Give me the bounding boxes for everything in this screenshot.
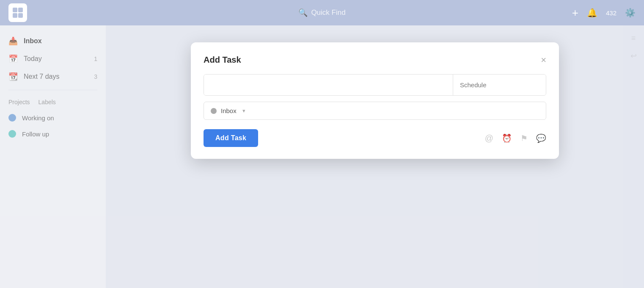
today-badge: 1 (94, 55, 97, 62)
settings-icon[interactable]: ⚙️ (625, 8, 636, 18)
add-task-button[interactable]: Add Task (204, 129, 258, 147)
reminder-icon[interactable]: ⏰ (502, 133, 512, 143)
project-dot (211, 108, 217, 114)
project-name: Inbox (221, 107, 237, 114)
follow-up-label: Follow up (22, 130, 49, 138)
notification-icon[interactable]: 🔔 (587, 8, 597, 18)
modal-close-button[interactable]: × (541, 55, 546, 65)
main-layout: 📥 Inbox 📅 Today 1 📆 Next 7 days 3 Projec… (0, 25, 644, 288)
labels-tab[interactable]: Labels (39, 99, 56, 105)
modal-title: Add Task (204, 55, 241, 65)
sidebar-tabs: Projects Labels (0, 94, 106, 110)
notification-count: 432 (606, 9, 616, 17)
sidebar-item-next7[interactable]: 📆 Next 7 days 3 (0, 68, 106, 86)
add-task-modal: Add Task × Inbox ▾ Add Task (191, 42, 559, 159)
chevron-down-icon: ▾ (242, 108, 245, 114)
follow-up-dot (8, 130, 16, 138)
svg-rect-0 (13, 8, 17, 12)
comment-icon[interactable]: 💬 (536, 133, 546, 143)
app-logo[interactable] (8, 3, 27, 22)
header-right: + 🔔 432 ⚙️ (572, 6, 636, 19)
sidebar: 📥 Inbox 📅 Today 1 📆 Next 7 days 3 Projec… (0, 25, 106, 288)
app-header: 🔍 Quick Find + 🔔 432 ⚙️ (0, 0, 644, 25)
svg-rect-1 (18, 8, 23, 12)
header-search[interactable]: 🔍 Quick Find (298, 8, 345, 17)
modal-backdrop: Add Task × Inbox ▾ Add Task (106, 25, 644, 288)
assign-icon[interactable]: @ (485, 133, 493, 143)
flag-icon[interactable]: ⚑ (520, 133, 528, 143)
sidebar-today-label: Today (24, 55, 42, 63)
modal-footer: Add Task @ ⏰ ⚑ 💬 (204, 129, 546, 147)
modal-header: Add Task × (204, 55, 546, 65)
content-area: Add Task × Inbox ▾ Add Task (106, 25, 644, 288)
svg-rect-3 (18, 13, 23, 18)
sidebar-inbox-label: Inbox (24, 37, 42, 45)
projects-tab[interactable]: Projects (8, 99, 30, 105)
add-icon[interactable]: + (572, 6, 578, 19)
quick-find-label: Quick Find (311, 8, 345, 17)
svg-rect-2 (13, 13, 17, 18)
search-icon: 🔍 (298, 8, 308, 17)
sidebar-item-working-on[interactable]: Working on (0, 110, 106, 126)
today-icon: 📅 (8, 54, 18, 64)
next7-badge: 3 (94, 73, 97, 80)
next7-icon: 📆 (8, 72, 18, 81)
working-on-label: Working on (22, 114, 54, 122)
working-on-dot (8, 114, 16, 122)
header-left (8, 3, 27, 22)
sidebar-item-today[interactable]: 📅 Today 1 (0, 50, 106, 68)
task-name-input[interactable] (204, 75, 453, 95)
schedule-input[interactable] (453, 75, 546, 95)
sidebar-next7-label: Next 7 days (24, 73, 59, 80)
footer-icons: @ ⏰ ⚑ 💬 (485, 133, 546, 143)
sidebar-divider (8, 90, 97, 90)
sidebar-item-inbox[interactable]: 📥 Inbox (0, 32, 106, 50)
sidebar-item-follow-up[interactable]: Follow up (0, 126, 106, 142)
project-selector[interactable]: Inbox ▾ (204, 102, 546, 120)
inbox-icon: 📥 (8, 36, 18, 46)
task-input-row (204, 74, 546, 96)
